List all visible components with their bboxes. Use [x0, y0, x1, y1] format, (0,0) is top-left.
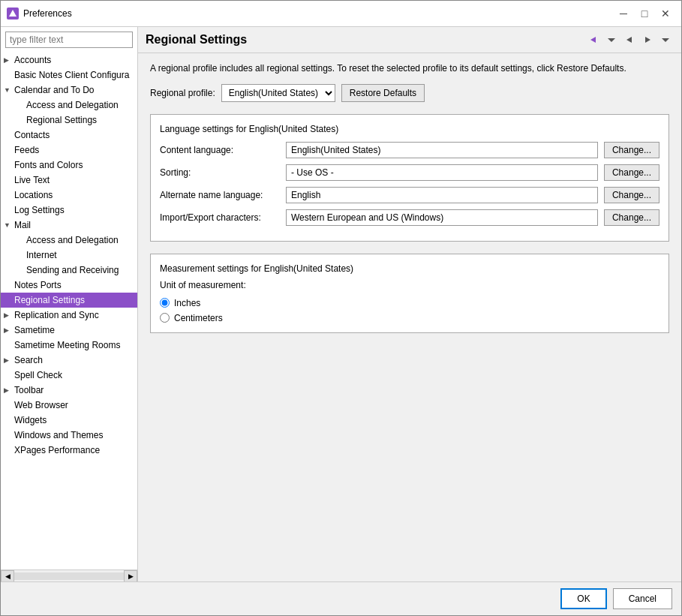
sidebar-item-sametime[interactable]: ▶Sametime	[1, 323, 137, 338]
sidebar-item-xpages[interactable]: XPages Performance	[1, 443, 137, 458]
prev-icon	[624, 35, 635, 45]
sidebar-item-basic-notes[interactable]: Basic Notes Client Configura	[1, 68, 137, 83]
unit-label: Unit of measurement:	[160, 280, 659, 290]
measurement-section-title: Measurement settings for English(United …	[160, 263, 659, 274]
sidebar-item-mail[interactable]: ▼Mail	[1, 218, 137, 233]
profile-select[interactable]: English(United States)	[221, 84, 335, 102]
sidebar-item-windows-themes[interactable]: Windows and Themes	[1, 428, 137, 443]
prev-button[interactable]	[621, 32, 638, 48]
sorting-row: Sorting: - Use OS - Change...	[160, 164, 659, 181]
back-button[interactable]	[585, 32, 602, 48]
sidebar-item-label: XPages Performance	[14, 445, 100, 455]
close-button[interactable]: ✕	[656, 5, 675, 22]
menu-button[interactable]	[657, 32, 674, 48]
language-section: Language settings for English(United Sta…	[150, 114, 669, 242]
import-export-change-button[interactable]: Change...	[604, 209, 659, 226]
filter-input[interactable]	[5, 32, 133, 48]
sidebar-item-label: Mail	[14, 220, 31, 230]
sidebar-item-live-text[interactable]: Live Text	[1, 173, 137, 188]
tree-container: ▶AccountsBasic Notes Client Configura▼Ca…	[1, 53, 137, 569]
nav-dropdown-button[interactable]	[603, 32, 620, 48]
sidebar-item-label: Calendar and To Do	[14, 85, 95, 95]
sidebar-item-sametime-meeting[interactable]: Sametime Meeting Rooms	[1, 338, 137, 353]
tree-arrow-icon: ▼	[4, 221, 14, 229]
inches-radio[interactable]	[160, 298, 170, 308]
sidebar-item-label: Internet	[26, 250, 57, 260]
sidebar-item-label: Regional Settings	[14, 295, 85, 305]
content-language-change-button[interactable]: Change...	[604, 142, 659, 158]
alternate-name-value: English	[286, 187, 598, 203]
profile-label: Regional profile:	[150, 88, 215, 98]
sidebar-item-regional-settings-main[interactable]: Regional Settings	[1, 293, 137, 308]
sidebar-item-label: Access and Delegation	[26, 100, 119, 110]
title-bar: Preferences ─ □ ✕	[1, 1, 681, 27]
sidebar-item-label: Live Text	[14, 175, 50, 185]
content-body: A regional profile includes all regional…	[138, 53, 681, 581]
sidebar: ▶AccountsBasic Notes Client Configura▼Ca…	[1, 27, 138, 581]
cancel-button[interactable]: Cancel	[613, 588, 672, 609]
sidebar-item-sending-receiving[interactable]: Sending and Receiving	[1, 263, 137, 278]
centimeters-radio[interactable]	[160, 313, 170, 323]
sidebar-item-label: Toolbar	[14, 385, 44, 395]
tree-arrow-icon: ▼	[4, 86, 14, 94]
sidebar-item-regional-settings-tree[interactable]: Regional Settings	[1, 113, 137, 128]
sidebar-item-label: Accounts	[14, 55, 51, 65]
sidebar-item-label: Basic Notes Client Configura	[14, 70, 129, 80]
sidebar-item-contacts[interactable]: Contacts	[1, 128, 137, 143]
ok-button[interactable]: OK	[560, 588, 606, 609]
tree-arrow-icon: ▶	[4, 326, 14, 334]
sidebar-item-web-browser[interactable]: Web Browser	[1, 398, 137, 413]
sidebar-item-label: Web Browser	[14, 400, 68, 410]
minimize-button[interactable]: ─	[614, 5, 633, 22]
sidebar-horizontal-scroll: ◀ ▶	[1, 569, 137, 581]
tree-arrow-icon: ▶	[4, 356, 14, 364]
sidebar-item-feeds[interactable]: Feeds	[1, 143, 137, 158]
sidebar-item-fonts-colors[interactable]: Fonts and Colors	[1, 158, 137, 173]
sidebar-item-notes-ports[interactable]: Notes Ports	[1, 278, 137, 293]
sidebar-item-label: Search	[14, 355, 43, 365]
sidebar-item-label: Sametime	[14, 325, 55, 335]
sidebar-item-label: Notes Ports	[14, 280, 62, 290]
sidebar-item-mail-access[interactable]: Access and Delegation	[1, 233, 137, 248]
unit-radio-group: Inches Centimeters	[160, 298, 659, 323]
sidebar-item-internet[interactable]: Internet	[1, 248, 137, 263]
scroll-track	[14, 572, 124, 580]
sidebar-item-spell-check[interactable]: Spell Check	[1, 368, 137, 383]
scroll-right-button[interactable]: ▶	[124, 570, 137, 582]
alternate-name-row: Alternate name language: English Change.…	[160, 187, 659, 203]
window-title: Preferences	[23, 8, 72, 19]
sorting-change-button[interactable]: Change...	[604, 164, 659, 181]
content-language-label: Content language:	[160, 145, 280, 155]
sidebar-item-access-delegation[interactable]: Access and Delegation	[1, 98, 137, 113]
tree-arrow-icon: ▶	[4, 311, 14, 319]
sidebar-item-accounts[interactable]: ▶Accounts	[1, 53, 137, 68]
inches-option[interactable]: Inches	[160, 298, 659, 308]
sidebar-item-label: Feeds	[14, 145, 39, 155]
import-export-label: Import/Export characters:	[160, 212, 280, 223]
sidebar-item-widgets[interactable]: Widgets	[1, 413, 137, 428]
next-icon	[642, 35, 653, 45]
centimeters-option[interactable]: Centimeters	[160, 313, 659, 323]
content-area: Regional Settings	[138, 27, 681, 581]
next-button[interactable]	[639, 32, 656, 48]
sidebar-item-replication-sync[interactable]: ▶Replication and Sync	[1, 308, 137, 323]
sidebar-item-label: Log Settings	[14, 205, 65, 215]
sidebar-item-search[interactable]: ▶Search	[1, 353, 137, 368]
sidebar-item-toolbar[interactable]: ▶Toolbar	[1, 383, 137, 398]
sorting-label: Sorting:	[160, 167, 280, 178]
restore-defaults-button[interactable]: Restore Defaults	[341, 84, 425, 102]
preferences-window: Preferences ─ □ ✕ ▶AccountsBasic Notes C…	[0, 0, 682, 616]
sidebar-item-locations[interactable]: Locations	[1, 188, 137, 203]
sidebar-item-log-settings[interactable]: Log Settings	[1, 203, 137, 218]
sidebar-item-calendar-todo[interactable]: ▼Calendar and To Do	[1, 83, 137, 98]
maximize-button[interactable]: □	[635, 5, 654, 22]
page-title: Regional Settings	[146, 33, 247, 47]
dropdown-icon	[608, 36, 615, 44]
app-icon	[7, 8, 19, 20]
import-export-value: Western European and US (Windows)	[286, 209, 598, 226]
sidebar-item-label: Contacts	[14, 130, 50, 140]
alternate-name-change-button[interactable]: Change...	[604, 187, 659, 203]
sidebar-item-label: Spell Check	[14, 370, 62, 380]
sidebar-item-label: Fonts and Colors	[14, 160, 83, 170]
scroll-left-button[interactable]: ◀	[1, 570, 14, 582]
